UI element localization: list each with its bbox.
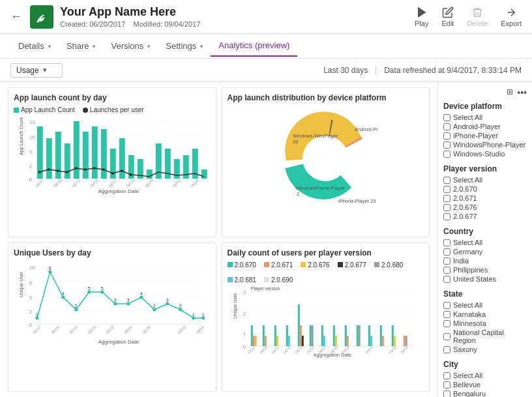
svg-text:08/09: 08/09 bbox=[259, 345, 268, 354]
saxony-checkbox[interactable] bbox=[443, 346, 451, 353]
sidebar-icons: ⊞ ••• bbox=[443, 87, 527, 98]
city-selectall-checkbox[interactable] bbox=[443, 372, 451, 379]
svg-text:App Launch Count: App Launch Count bbox=[19, 117, 24, 155]
state-selectall-checkbox[interactable] bbox=[443, 302, 451, 309]
svg-rect-137 bbox=[358, 325, 360, 346]
filter-item[interactable]: National Capital Region bbox=[443, 329, 527, 344]
filter-item[interactable]: Select All bbox=[443, 176, 527, 184]
svg-text:Aggregation Date: Aggregation Date bbox=[313, 352, 351, 358]
filter-item[interactable]: Bengaluru bbox=[443, 390, 527, 397]
svg-text:Player version: Player version bbox=[250, 286, 279, 291]
usage-dropdown[interactable]: Usage ▼ bbox=[10, 63, 63, 78]
svg-point-40 bbox=[130, 173, 132, 176]
svg-point-36 bbox=[93, 167, 96, 169]
svg-rect-120 bbox=[264, 336, 266, 346]
filter-item[interactable]: 2.0.677 bbox=[443, 213, 527, 220]
edit-button[interactable]: Edit bbox=[441, 7, 454, 27]
filter-item[interactable]: 2.0.676 bbox=[443, 203, 527, 211]
pv-2671-checkbox[interactable] bbox=[443, 195, 451, 202]
svg-text:09/03: 09/03 bbox=[388, 345, 397, 354]
svg-text:10: 10 bbox=[29, 134, 35, 140]
player-version-title: Player version bbox=[443, 164, 527, 173]
device-platform-title: Device platform bbox=[443, 102, 527, 111]
filter-item[interactable]: Germany bbox=[443, 248, 527, 256]
nav-details[interactable]: Details bbox=[10, 36, 59, 56]
filter-item[interactable]: Saxony bbox=[443, 346, 527, 353]
filter-item[interactable]: WindowsPhone-Player bbox=[443, 141, 527, 149]
svg-rect-134 bbox=[344, 325, 346, 346]
svg-rect-142 bbox=[391, 325, 393, 346]
svg-text:1: 1 bbox=[202, 312, 205, 317]
nav-settings[interactable]: Settings bbox=[158, 36, 211, 56]
svg-rect-122 bbox=[276, 336, 278, 346]
delete-button[interactable]: Delete bbox=[467, 7, 488, 27]
svg-text:0: 0 bbox=[29, 322, 33, 328]
pv-selectall-checkbox[interactable] bbox=[443, 177, 451, 184]
svg-point-34 bbox=[75, 167, 78, 169]
filter-item[interactable]: 2.0.670 bbox=[443, 185, 527, 193]
filter-item[interactable]: Select All bbox=[443, 239, 527, 246]
svg-rect-121 bbox=[274, 325, 276, 346]
karnataka-checkbox[interactable] bbox=[443, 311, 451, 318]
android-player-checkbox[interactable] bbox=[443, 123, 451, 130]
filter-item[interactable]: Minnesota bbox=[443, 319, 527, 327]
svg-text:09/03: 09/03 bbox=[177, 325, 186, 334]
export-button[interactable]: Export bbox=[501, 7, 522, 27]
filter-city: City Select All Bellevue Bengaluru Bothe… bbox=[443, 360, 527, 397]
india-checkbox[interactable] bbox=[443, 257, 451, 265]
chart-launch-distribution: App launch distribution by device platfo… bbox=[222, 87, 430, 237]
windowsphone-player-checkbox[interactable] bbox=[443, 141, 451, 149]
filter-item[interactable]: Android-Player bbox=[443, 123, 527, 130]
filter-item[interactable]: Philippines bbox=[443, 266, 527, 274]
svg-text:8: 8 bbox=[29, 280, 33, 286]
nav-analytics[interactable]: Analytics (preview) bbox=[211, 35, 297, 57]
svg-text:2: 2 bbox=[75, 304, 78, 308]
svg-text:2: 2 bbox=[297, 191, 299, 197]
iphone-player-checkbox[interactable] bbox=[443, 132, 451, 140]
header-actions: Play Edit Delete Export bbox=[415, 7, 522, 27]
back-button[interactable]: ← bbox=[10, 10, 22, 23]
filter-item[interactable]: United States bbox=[443, 275, 527, 283]
filter-item[interactable]: Select All bbox=[443, 372, 527, 379]
svg-point-72 bbox=[74, 308, 78, 311]
country-selectall-checkbox[interactable] bbox=[443, 239, 451, 246]
pv-2676-checkbox[interactable] bbox=[443, 204, 451, 211]
svg-text:08/09: 08/09 bbox=[50, 325, 60, 334]
grid-icon[interactable]: ⊞ bbox=[507, 87, 513, 98]
nav-share[interactable]: Share bbox=[59, 36, 104, 56]
svg-rect-130 bbox=[321, 325, 323, 346]
svg-rect-135 bbox=[346, 336, 348, 346]
filter-state: State Select All Karnataka Minnesota Nat… bbox=[443, 289, 527, 353]
philippines-checkbox[interactable] bbox=[443, 267, 451, 274]
svg-text:08/09: 08/09 bbox=[53, 178, 63, 188]
unitedstates-checkbox[interactable] bbox=[443, 276, 451, 283]
filter-item[interactable]: Windows-Studio bbox=[443, 150, 527, 158]
bengaluru-checkbox[interactable] bbox=[443, 390, 451, 398]
windows-studio-checkbox[interactable] bbox=[443, 151, 451, 158]
svg-point-82 bbox=[201, 316, 205, 319]
filter-item[interactable]: Select All bbox=[443, 301, 527, 309]
more-options-icon[interactable]: ••• bbox=[517, 87, 527, 98]
filter-item[interactable]: India bbox=[443, 257, 527, 265]
play-button[interactable]: Play bbox=[415, 7, 428, 27]
bellevue-checkbox[interactable] bbox=[443, 381, 451, 389]
minnesota-checkbox[interactable] bbox=[443, 320, 451, 327]
legend-2671: 2.0.671 bbox=[264, 261, 293, 269]
nav-versions[interactable]: Versions bbox=[103, 36, 158, 56]
pv-2677-checkbox[interactable] bbox=[443, 213, 451, 220]
select-all-checkbox[interactable] bbox=[443, 114, 451, 121]
ncr-checkbox[interactable] bbox=[443, 333, 451, 340]
chart1-legend: App Launch Count Launches per user bbox=[14, 106, 211, 113]
pv-2670-checkbox[interactable] bbox=[443, 186, 451, 193]
filter-item[interactable]: 2.0.671 bbox=[443, 194, 527, 202]
svg-text:08/11: 08/11 bbox=[271, 345, 280, 354]
svg-rect-16 bbox=[83, 132, 89, 179]
filter-player-version: Player version Select All 2.0.670 2.0.67… bbox=[443, 164, 527, 220]
svg-text:4: 4 bbox=[62, 291, 65, 296]
filter-item[interactable]: Karnataka bbox=[443, 310, 527, 318]
filter-item[interactable]: Bellevue bbox=[443, 381, 527, 389]
legend-dark-icon bbox=[83, 108, 88, 113]
germany-checkbox[interactable] bbox=[443, 248, 451, 256]
filter-item[interactable]: Select All bbox=[443, 113, 527, 121]
filter-item[interactable]: iPhone-Player bbox=[443, 132, 527, 140]
